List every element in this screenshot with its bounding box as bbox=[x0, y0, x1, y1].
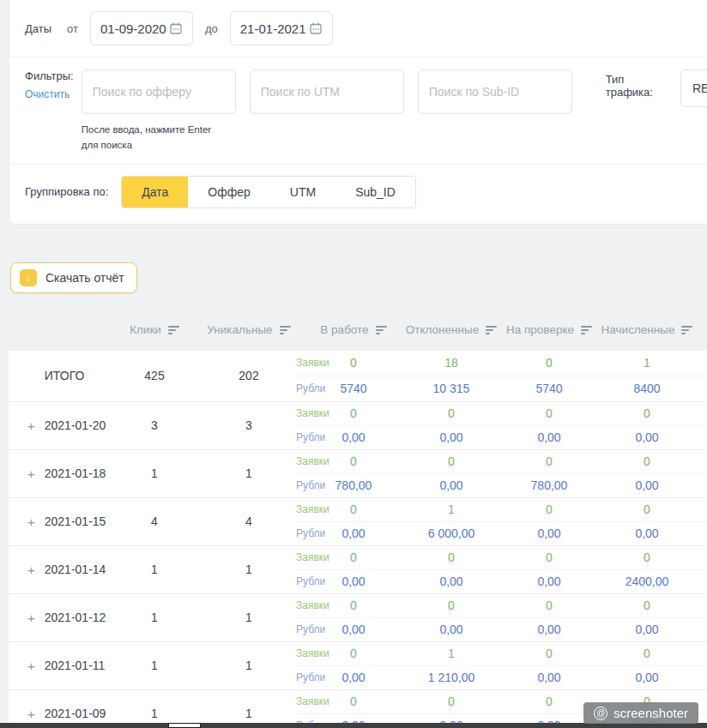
rubles-subrow: Рубли0,000,000,000,00 bbox=[296, 426, 707, 449]
requests-values: 0000 bbox=[305, 551, 696, 564]
sort-icon[interactable] bbox=[280, 326, 291, 334]
rubles-label: Рубли bbox=[296, 671, 325, 683]
rubles-value: 0,00 bbox=[402, 575, 500, 588]
table-row: +ИТОГО425202Заявки01801Рубли574010 31557… bbox=[9, 351, 707, 402]
requests-label: Заявки bbox=[296, 503, 329, 515]
rubles-values: 0,001 210,000,000,00 bbox=[305, 671, 696, 684]
date-from-input[interactable]: 01-09-2020 bbox=[90, 11, 193, 45]
row-label-cell: +2021-01-20 bbox=[9, 402, 107, 449]
date-to-value: 21-01-2021 bbox=[240, 21, 306, 36]
column-header-label: На проверке bbox=[506, 323, 574, 336]
tab-оффер[interactable]: Оффер bbox=[188, 177, 270, 208]
requests-value: 0 bbox=[500, 599, 598, 612]
search-hint: После ввода, нажмите Enter для поиска bbox=[82, 122, 229, 153]
rubles-subrow: Рубли574010 31557408400 bbox=[296, 376, 707, 401]
sort-icon[interactable] bbox=[168, 326, 179, 334]
rubles-value: 0,00 bbox=[500, 575, 598, 588]
expand-plus-icon[interactable]: + bbox=[27, 418, 35, 433]
rubles-values: 0,006 000,000,000,00 bbox=[305, 526, 696, 540]
requests-value: 0 bbox=[598, 599, 696, 612]
requests-value: 0 bbox=[598, 647, 696, 660]
requests-label: Заявки bbox=[296, 647, 329, 659]
rubles-label: Рубли bbox=[296, 431, 325, 443]
sort-icon[interactable] bbox=[486, 326, 497, 334]
expand-plus-icon[interactable]: + bbox=[27, 514, 35, 529]
expand-plus-icon[interactable]: + bbox=[27, 466, 35, 481]
requests-value: 0 bbox=[500, 502, 598, 516]
expand-plus-icon[interactable]: + bbox=[27, 707, 35, 721]
row-metrics: Заявки01801Рубли574010 31557408400 bbox=[296, 351, 707, 401]
requests-subrow: Заявки0100 bbox=[296, 498, 707, 522]
sort-icon[interactable] bbox=[581, 326, 592, 334]
rubles-value: 0,00 bbox=[500, 671, 598, 684]
unique-value: 3 bbox=[202, 402, 296, 449]
header-value-cols: В работеОтклоненныеНа проверкеНачисленны… bbox=[305, 322, 696, 339]
sort-icon[interactable] bbox=[681, 326, 692, 334]
clicks-value: 1 bbox=[107, 450, 202, 497]
sort-icon[interactable] bbox=[376, 326, 387, 334]
offer-search-input[interactable] bbox=[82, 69, 236, 114]
expand-plus-icon[interactable]: + bbox=[27, 659, 35, 673]
requests-values: 0000 bbox=[305, 599, 696, 612]
requests-value: 0 bbox=[402, 406, 500, 420]
rubles-subrow: Рубли0,000,000,002400,00 bbox=[296, 570, 707, 593]
requests-value: 1 bbox=[598, 356, 696, 370]
subid-search-input[interactable] bbox=[418, 69, 572, 114]
dates-row: Даты от 01-09-2020 до 21-01-2021 bbox=[9, 0, 707, 57]
rubles-subrow: Рубли780,000,00780,000,00 bbox=[296, 474, 707, 497]
row-date-label: 2021-01-18 bbox=[45, 466, 106, 480]
requests-subrow: Заявки01801 bbox=[296, 351, 707, 376]
screenshoter-watermark: @ screenshoter bbox=[583, 702, 698, 724]
requests-subrow: Заявки0000 bbox=[296, 402, 707, 426]
column-header-в-работе[interactable]: В работе bbox=[305, 322, 402, 339]
rubles-subrow: Рубли0,000,000,000,00 bbox=[296, 618, 707, 641]
calendar-icon[interactable] bbox=[169, 21, 183, 35]
expand-plus-icon[interactable]: + bbox=[27, 611, 35, 625]
tab-utm[interactable]: UTM bbox=[270, 177, 335, 208]
row-label-cell: +2021-01-11 bbox=[9, 642, 107, 689]
rubles-value: 0,00 bbox=[598, 478, 696, 492]
traffic-type-select[interactable]: REF bbox=[680, 69, 707, 107]
clicks-value: 1 bbox=[107, 594, 202, 641]
dates-label: Даты bbox=[25, 22, 51, 35]
utm-search-input[interactable] bbox=[250, 69, 404, 114]
rubles-value: 1 210,00 bbox=[402, 671, 500, 684]
requests-label: Заявки bbox=[296, 357, 329, 369]
tab-sub_id[interactable]: Sub_ID bbox=[335, 177, 415, 208]
expand-plus-icon[interactable]: + bbox=[27, 563, 35, 577]
download-icon: ↓ bbox=[20, 269, 37, 286]
traffic-type-value: REF bbox=[692, 81, 707, 95]
table-row: +2021-01-2033Заявки0000Рубли0,000,000,00… bbox=[9, 402, 707, 450]
clear-filters-link[interactable]: Очистить bbox=[25, 88, 82, 100]
rubles-label: Рубли bbox=[296, 527, 325, 539]
requests-subrow: Заявки0000 bbox=[296, 450, 707, 474]
rubles-value: 2400,00 bbox=[598, 575, 696, 588]
rubles-value: 0,00 bbox=[402, 623, 500, 636]
date-to-input[interactable]: 21-01-2021 bbox=[230, 11, 333, 45]
column-header-на-проверке[interactable]: На проверке bbox=[500, 322, 598, 339]
clicks-value: 4 bbox=[107, 498, 202, 545]
rubles-subrow: Рубли0,006 000,000,000,00 bbox=[296, 522, 707, 545]
column-header-начисленные[interactable]: Начисленные bbox=[598, 322, 696, 339]
requests-subrow: Заявки0000 bbox=[296, 546, 707, 570]
requests-values: 0000 bbox=[305, 406, 696, 420]
rubles-values: 574010 31557408400 bbox=[305, 382, 696, 395]
scrollbar-thumb[interactable] bbox=[168, 723, 201, 728]
rubles-value: 5740 bbox=[500, 382, 598, 395]
requests-value: 18 bbox=[402, 356, 500, 370]
table-row: +2021-01-1111Заявки0100Рубли0,001 210,00… bbox=[9, 642, 707, 690]
rubles-value: 0,00 bbox=[598, 430, 696, 444]
date-from-value: 01-09-2020 bbox=[100, 21, 166, 36]
column-header-клики[interactable]: Клики bbox=[107, 322, 202, 339]
calendar-icon[interactable] bbox=[309, 21, 323, 35]
column-header-уникальные[interactable]: Уникальные bbox=[202, 322, 296, 339]
table-header: КликиУникальные В работеОтклоненныеНа пр… bbox=[9, 322, 707, 339]
download-report-button[interactable]: ↓ Скачать отчёт bbox=[10, 262, 137, 293]
column-header-отклоненные[interactable]: Отклоненные bbox=[402, 322, 500, 339]
requests-value: 0 bbox=[500, 406, 598, 420]
clicks-value: 3 bbox=[107, 402, 202, 449]
requests-value: 1 bbox=[402, 502, 500, 516]
tab-дата[interactable]: Дата bbox=[122, 177, 188, 208]
unique-value: 1 bbox=[202, 546, 296, 593]
rubles-label: Рубли bbox=[296, 479, 325, 491]
